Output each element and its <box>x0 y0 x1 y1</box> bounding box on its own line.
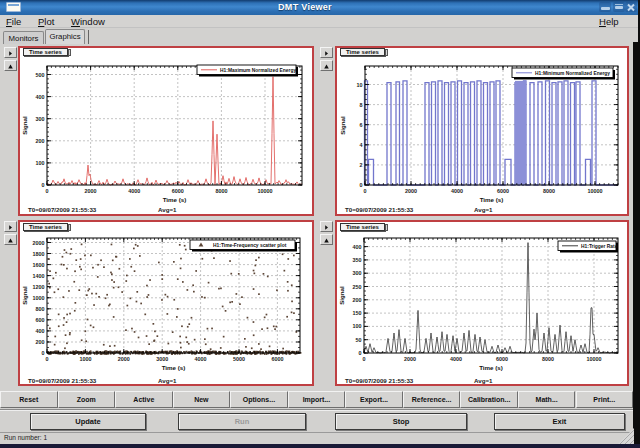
svg-text:400: 400 <box>36 328 45 334</box>
svg-text:0: 0 <box>359 350 362 356</box>
svg-text:Time (s): Time (s) <box>163 196 187 203</box>
svg-text:0: 0 <box>363 356 366 362</box>
svg-text:H1:Time-Frequency scatter plot: H1:Time-Frequency scatter plot <box>213 243 287 248</box>
svg-text:200: 200 <box>353 297 362 303</box>
svg-text:100: 100 <box>36 160 45 166</box>
svg-text:300: 300 <box>36 116 45 122</box>
svg-text:3000: 3000 <box>156 356 168 362</box>
svg-text:Signal: Signal <box>338 286 345 305</box>
svg-text:1800: 1800 <box>33 251 45 257</box>
svg-text:4000: 4000 <box>195 356 207 362</box>
svg-text:50: 50 <box>356 337 362 343</box>
svg-text:350: 350 <box>353 257 362 263</box>
svg-text:800: 800 <box>36 306 45 312</box>
svg-text:6: 6 <box>360 122 363 128</box>
svg-text:300: 300 <box>353 270 362 276</box>
svg-text:0: 0 <box>46 356 49 362</box>
svg-text:H1:Trigger Rate: H1:Trigger Rate <box>581 244 618 249</box>
svg-text:8000: 8000 <box>542 356 554 362</box>
svg-text:200: 200 <box>36 138 45 144</box>
svg-text:100: 100 <box>353 323 362 329</box>
svg-text:2: 2 <box>360 162 363 168</box>
svg-text:200: 200 <box>36 339 45 345</box>
svg-text:2000: 2000 <box>33 240 45 246</box>
svg-text:10: 10 <box>357 82 363 88</box>
svg-text:600: 600 <box>36 317 45 323</box>
svg-text:1600: 1600 <box>33 262 45 268</box>
svg-text:Signal: Signal <box>339 116 346 135</box>
svg-text:4000: 4000 <box>450 356 462 362</box>
svg-text:2000: 2000 <box>85 188 97 194</box>
svg-text:Time (s): Time (s) <box>479 364 503 371</box>
svg-text:2000: 2000 <box>405 188 417 194</box>
svg-text:500: 500 <box>36 72 45 78</box>
svg-text:250: 250 <box>353 284 362 290</box>
svg-text:10000: 10000 <box>588 188 603 194</box>
svg-text:6000: 6000 <box>497 188 509 194</box>
svg-text:0: 0 <box>42 182 45 188</box>
svg-text:H1:Minimum Normalized Energy: H1:Minimum Normalized Energy <box>535 71 610 76</box>
svg-text:8000: 8000 <box>215 188 227 194</box>
svg-text:0: 0 <box>364 188 367 194</box>
svg-text:0: 0 <box>46 188 49 194</box>
svg-text:Time (s): Time (s) <box>480 196 504 203</box>
svg-text:4000: 4000 <box>451 188 463 194</box>
svg-text:4000: 4000 <box>128 188 140 194</box>
svg-text:0: 0 <box>42 350 45 356</box>
svg-text:2000: 2000 <box>118 356 130 362</box>
svg-text:Signal: Signal <box>21 286 28 305</box>
svg-text:1000: 1000 <box>33 295 45 301</box>
svg-text:8: 8 <box>360 102 363 108</box>
svg-text:400: 400 <box>36 94 45 100</box>
svg-text:5000: 5000 <box>233 356 245 362</box>
svg-text:2000: 2000 <box>404 356 416 362</box>
svg-text:1400: 1400 <box>33 273 45 279</box>
svg-text:Time (s): Time (s) <box>162 364 186 371</box>
svg-text:6000: 6000 <box>496 356 508 362</box>
svg-text:4: 4 <box>360 142 363 148</box>
svg-text:Signal: Signal <box>21 116 28 135</box>
svg-text:150: 150 <box>353 310 362 316</box>
svg-text:0: 0 <box>360 182 363 188</box>
svg-text:1200: 1200 <box>33 284 45 290</box>
svg-text:6000: 6000 <box>172 188 184 194</box>
svg-text:10000: 10000 <box>587 356 602 362</box>
svg-text:8000: 8000 <box>543 188 555 194</box>
svg-text:400: 400 <box>353 244 362 250</box>
svg-text:10000: 10000 <box>258 188 273 194</box>
svg-text:6000: 6000 <box>271 356 283 362</box>
svg-text:1000: 1000 <box>79 356 91 362</box>
svg-text:H1:Maximum Normalized Energy: H1:Maximum Normalized Energy <box>220 68 296 73</box>
